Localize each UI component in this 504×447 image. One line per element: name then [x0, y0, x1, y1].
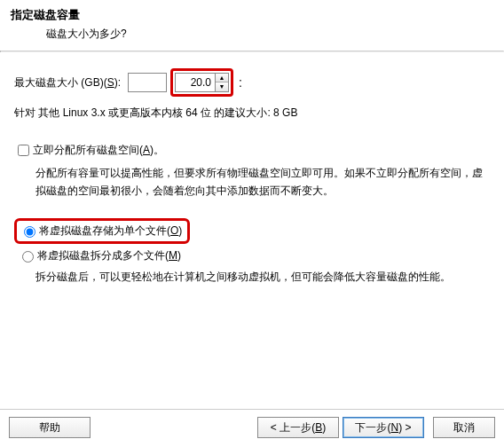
allocate-now-label: 立即分配所有磁盘空间(A)。: [33, 143, 164, 158]
storage-radio-group: 将虚拟磁盘存储为单个文件(O) 将虚拟磁盘拆分成多个文件(M) 拆分磁盘后，可以…: [14, 218, 490, 286]
spinner-up-icon[interactable]: ▲: [216, 74, 228, 82]
spinner-down-icon[interactable]: ▼: [216, 82, 228, 91]
disk-size-spinner[interactable]: 20.0 ▲ ▼: [175, 73, 229, 92]
size-input-blank: [128, 73, 167, 92]
max-disk-size-label: 最大磁盘大小 (GB)(S):: [14, 75, 121, 90]
next-button[interactable]: 下一步(N) >: [343, 417, 424, 438]
page-subtitle: 磁盘大小为多少?: [46, 27, 493, 42]
multi-file-radio-row[interactable]: 将虚拟磁盘拆分成多个文件(M): [14, 246, 490, 266]
single-file-radio[interactable]: [24, 226, 35, 238]
disk-size-value[interactable]: 20.0: [176, 76, 215, 89]
single-file-radio-row[interactable]: 将虚拟磁盘存储为单个文件(O): [20, 224, 182, 239]
single-file-label: 将虚拟磁盘存储为单个文件(O): [39, 224, 182, 239]
allocate-now-checkbox-row[interactable]: 立即分配所有磁盘空间(A)。: [14, 142, 490, 159]
split-description: 拆分磁盘后，可以更轻松地在计算机之间移动虚拟机，但可能会降低大容量磁盘的性能。: [35, 268, 490, 286]
colon: :: [239, 75, 242, 90]
help-button[interactable]: 帮助: [9, 417, 91, 438]
back-button[interactable]: < 上一步(B): [257, 417, 339, 438]
multi-file-label: 将虚拟磁盘拆分成多个文件(M): [37, 248, 181, 263]
page-title: 指定磁盘容量: [11, 7, 493, 23]
button-bar: 帮助 < 上一步(B) 下一步(N) > 取消: [0, 409, 504, 447]
allocate-now-description: 分配所有容量可以提高性能，但要求所有物理磁盘空间立即可用。如果不立即分配所有空间…: [35, 164, 490, 200]
allocate-now-checkbox[interactable]: [18, 145, 29, 156]
single-file-highlight: 将虚拟磁盘存储为单个文件(O): [14, 218, 190, 244]
cancel-button[interactable]: 取消: [433, 417, 495, 438]
multi-file-radio[interactable]: [22, 251, 34, 263]
recommended-size-text: 针对 其他 Linux 3.x 或更高版本内核 64 位 的建议大小: 8 GB: [14, 106, 490, 121]
size-highlight: 20.0 ▲ ▼: [170, 68, 233, 97]
